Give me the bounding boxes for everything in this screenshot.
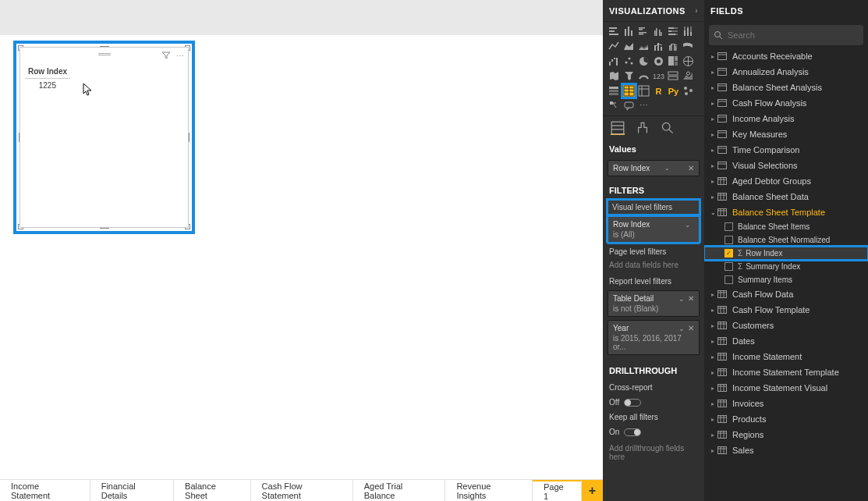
viz-line-clustered-column[interactable] bbox=[667, 40, 680, 53]
table-balance-sheet-data[interactable]: ▸Balance Sheet Data bbox=[704, 189, 868, 204]
fields-mode[interactable] bbox=[611, 121, 625, 135]
fields-search[interactable] bbox=[709, 25, 863, 45]
add-page-button[interactable]: + bbox=[582, 480, 603, 502]
viz-decomposition[interactable] bbox=[608, 99, 621, 112]
keep-filters-toggle[interactable] bbox=[624, 428, 641, 436]
page-filter-hint[interactable]: Add data fields here bbox=[603, 259, 704, 274]
tab-balance-sheet[interactable]: Balance Sheet bbox=[174, 480, 251, 502]
values-well[interactable]: Row Index ⌄ ✕ bbox=[608, 160, 700, 176]
chevron-down-icon[interactable]: ⌄ bbox=[664, 165, 670, 172]
tab-revenue-insights[interactable]: Revenue Insights bbox=[445, 480, 533, 502]
remove-filter-button[interactable]: ✕ bbox=[688, 294, 694, 303]
viz-line[interactable] bbox=[608, 40, 621, 53]
analytics-mode[interactable] bbox=[661, 121, 675, 135]
table-income-statement-visual[interactable]: ▸Income Statement Visual bbox=[704, 380, 868, 396]
table-cash-flow-template[interactable]: ▸Cash Flow Template bbox=[704, 302, 868, 318]
table-balance-sheet-analysis[interactable]: ▸Balance Sheet Analysis bbox=[704, 80, 868, 95]
viz-clustered-bar[interactable] bbox=[637, 25, 650, 38]
table-customers[interactable]: ▸Customers bbox=[704, 318, 868, 333]
table-balance-sheet-template[interactable]: ⌄Balance Sheet Template bbox=[704, 204, 868, 220]
tab-cash-flow-statement[interactable]: Cash Flow Statement bbox=[251, 480, 353, 502]
field-row-index[interactable]: ✓ΣRow Index bbox=[704, 247, 868, 260]
table-key-measures[interactable]: ▸Key Measures bbox=[704, 126, 868, 142]
table-products[interactable]: ▸Products bbox=[704, 411, 868, 427]
viz-line-stacked-column[interactable] bbox=[652, 40, 665, 53]
viz-100-column[interactable] bbox=[682, 25, 695, 38]
viz-table[interactable] bbox=[622, 84, 636, 98]
remove-field-button[interactable]: ✕ bbox=[688, 164, 694, 172]
chevron-down-icon[interactable]: ⌄ bbox=[685, 221, 691, 229]
search-input[interactable] bbox=[728, 30, 859, 40]
viz-area[interactable] bbox=[622, 40, 636, 53]
table-sales[interactable]: ▸Sales bbox=[704, 442, 868, 458]
svg-point-63 bbox=[685, 92, 688, 95]
viz-scatter[interactable] bbox=[622, 55, 636, 68]
viz-donut[interactable] bbox=[652, 55, 665, 68]
page-tabs: Income Statement Financial Details Balan… bbox=[0, 479, 603, 501]
tab-income-statement[interactable]: Income Statement bbox=[0, 480, 90, 502]
selected-visual[interactable]: ⋯ Row Index 1225 bbox=[13, 41, 195, 234]
table-aged-debtor-groups[interactable]: ▸Aged Debtor Groups bbox=[704, 173, 868, 189]
svg-rect-81 bbox=[718, 100, 727, 107]
viz-clustered-column[interactable] bbox=[652, 25, 665, 38]
more-icon[interactable]: ⋯ bbox=[175, 51, 185, 60]
table-income-statement[interactable]: ▸Income Statement bbox=[704, 349, 868, 364]
viz-map[interactable] bbox=[682, 55, 695, 68]
visual-filter-row-index[interactable]: Row Index ⌄ is (All) bbox=[608, 216, 700, 243]
viz-ribbon[interactable] bbox=[682, 40, 695, 53]
chevron-down-icon[interactable]: ⌄ bbox=[678, 325, 685, 332]
tab-financial-details[interactable]: Financial Details bbox=[90, 480, 174, 502]
format-mode[interactable] bbox=[636, 121, 650, 135]
table-annualized-analysis[interactable]: ▸Annualized Analysis bbox=[704, 64, 868, 80]
tab-page-1[interactable]: Page 1 bbox=[533, 480, 582, 502]
table-cash-flow-data[interactable]: ▸Cash Flow Data bbox=[704, 286, 868, 302]
fields-header[interactable]: FIELDS bbox=[704, 0, 868, 22]
drillthrough-hint[interactable]: Add drillthrough fields here bbox=[603, 439, 704, 466]
field-balance-sheet-normalized[interactable]: Balance Sheet Normalized bbox=[704, 233, 868, 247]
viz-matrix[interactable] bbox=[637, 84, 650, 98]
table-regions[interactable]: ▸Regions bbox=[704, 427, 868, 442]
field-summary-items[interactable]: Summary Items bbox=[704, 273, 868, 286]
report-filter-year[interactable]: Year ⌄ ✕ is 2015, 2016, 2017 or... bbox=[608, 320, 700, 355]
viz-qa[interactable] bbox=[622, 99, 636, 112]
chevron-down-icon[interactable]: ⌄ bbox=[678, 295, 685, 303]
cross-report-toggle[interactable] bbox=[624, 399, 641, 407]
field-balance-sheet-items[interactable]: Balance Sheet Items bbox=[704, 220, 868, 233]
table-dates[interactable]: ▸Dates bbox=[704, 333, 868, 349]
table-income-statement-template[interactable]: ▸Income Statement Template bbox=[704, 364, 868, 380]
viz-kpi[interactable] bbox=[682, 69, 695, 83]
report-canvas[interactable]: ⋯ Row Index 1225 Income Statement Financ… bbox=[0, 0, 603, 501]
report-filter-table-detail[interactable]: Table Detail ⌄ ✕ is not (Blank) bbox=[608, 290, 700, 317]
viz-100-bar[interactable] bbox=[667, 25, 680, 38]
viz-gauge[interactable] bbox=[637, 69, 650, 83]
remove-filter-button[interactable]: ✕ bbox=[688, 324, 694, 332]
svg-rect-11 bbox=[656, 28, 657, 36]
field-list[interactable]: ▸Accounts Receivable▸Annualized Analysis… bbox=[704, 48, 868, 501]
table-visual-selections[interactable]: ▸Visual Selections bbox=[704, 158, 868, 173]
viz-key-influencers[interactable] bbox=[682, 84, 695, 98]
field-summary-index[interactable]: ΣSummary Index bbox=[704, 260, 868, 273]
tab-aged-trial-balance[interactable]: Aged Trial Balance bbox=[353, 480, 446, 502]
viz-slicer[interactable] bbox=[608, 84, 621, 98]
svg-rect-0 bbox=[609, 27, 617, 29]
viz-treemap[interactable] bbox=[667, 55, 680, 68]
viz-r-script[interactable]: R bbox=[652, 84, 665, 98]
filter-icon[interactable] bbox=[161, 51, 171, 60]
table-cash-flow-analysis[interactable]: ▸Cash Flow Analysis bbox=[704, 95, 868, 111]
viz-filled-map[interactable] bbox=[608, 69, 621, 83]
table-income-analysis[interactable]: ▸Income Analysis bbox=[704, 111, 868, 126]
viz-more[interactable]: ⋯ bbox=[637, 99, 650, 112]
viz-multi-card[interactable] bbox=[667, 69, 680, 83]
table-accounts-receivable[interactable]: ▸Accounts Receivable bbox=[704, 48, 868, 64]
viz-stacked-area[interactable] bbox=[637, 40, 650, 53]
viz-stacked-bar[interactable] bbox=[608, 25, 621, 38]
table-invoices[interactable]: ▸Invoices bbox=[704, 396, 868, 411]
viz-funnel[interactable] bbox=[622, 69, 636, 83]
viz-card[interactable]: 123 bbox=[652, 69, 665, 83]
visualizations-header[interactable]: VISUALIZATIONS › bbox=[603, 0, 704, 22]
viz-python[interactable]: Py bbox=[667, 84, 680, 98]
viz-waterfall[interactable] bbox=[608, 55, 621, 68]
viz-stacked-column[interactable] bbox=[622, 25, 636, 38]
table-time-comparison[interactable]: ▸Time Comparison bbox=[704, 142, 868, 158]
viz-pie[interactable] bbox=[637, 55, 650, 68]
